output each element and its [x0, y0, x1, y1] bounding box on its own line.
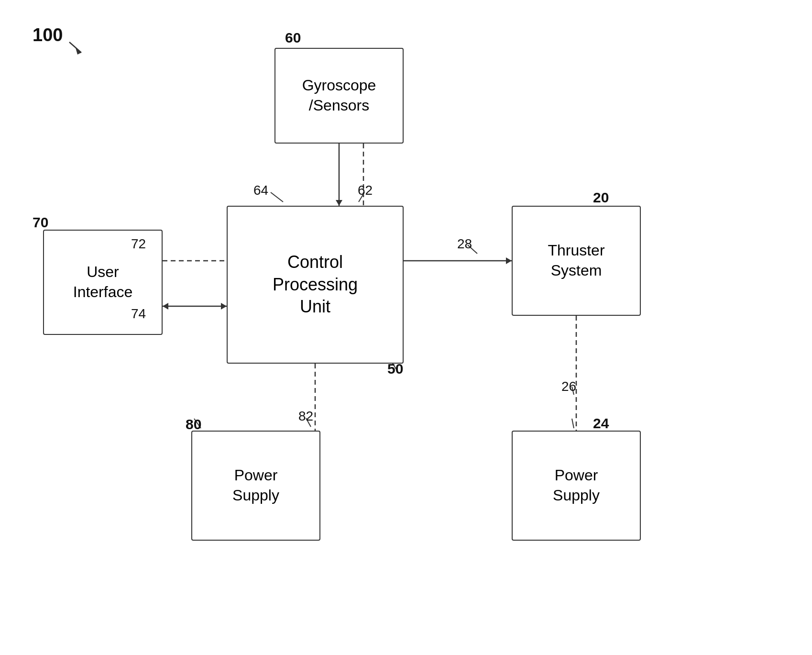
- gyroscope-label: Gyroscope/Sensors: [302, 76, 376, 115]
- gyroscope-ref: 60: [285, 30, 301, 46]
- user-interface-ref: 70: [33, 214, 48, 231]
- cpu-box: ControlProcessingUnit: [227, 206, 404, 364]
- svg-marker-3: [336, 200, 342, 206]
- user-interface-label: UserInterface: [73, 262, 133, 302]
- power-supply-right-label: PowerSupply: [553, 466, 600, 505]
- svg-marker-8: [163, 303, 168, 310]
- diagram-container: 100: [0, 0, 812, 655]
- thruster-label: ThrusterSystem: [548, 241, 604, 280]
- label-72: 72: [131, 236, 146, 252]
- power-supply-left-ref: 80: [186, 416, 201, 433]
- cpu-label: ControlProcessingUnit: [273, 251, 358, 318]
- gyroscope-box: Gyroscope/Sensors: [274, 48, 404, 144]
- power-supply-left-label: PowerSupply: [232, 466, 279, 505]
- label-74: 74: [131, 306, 146, 322]
- svg-line-0: [69, 42, 81, 53]
- thruster-ref: 20: [593, 189, 609, 206]
- svg-line-13: [271, 192, 283, 202]
- svg-marker-7: [221, 303, 227, 310]
- thruster-box: ThrusterSystem: [512, 206, 641, 316]
- power-supply-right-ref: 24: [593, 415, 609, 432]
- svg-line-21: [572, 419, 574, 428]
- label-64: 64: [253, 183, 268, 198]
- power-supply-right-box: PowerSupply: [512, 431, 641, 541]
- label-62: 62: [358, 183, 373, 198]
- svg-marker-1: [76, 48, 81, 55]
- label-26: 26: [561, 379, 576, 394]
- svg-marker-10: [506, 257, 512, 264]
- label-82: 82: [298, 409, 313, 424]
- power-supply-left-box: PowerSupply: [191, 431, 320, 541]
- label-28: 28: [457, 236, 472, 252]
- figure-label: 100: [33, 25, 63, 45]
- cpu-ref: 50: [387, 361, 403, 377]
